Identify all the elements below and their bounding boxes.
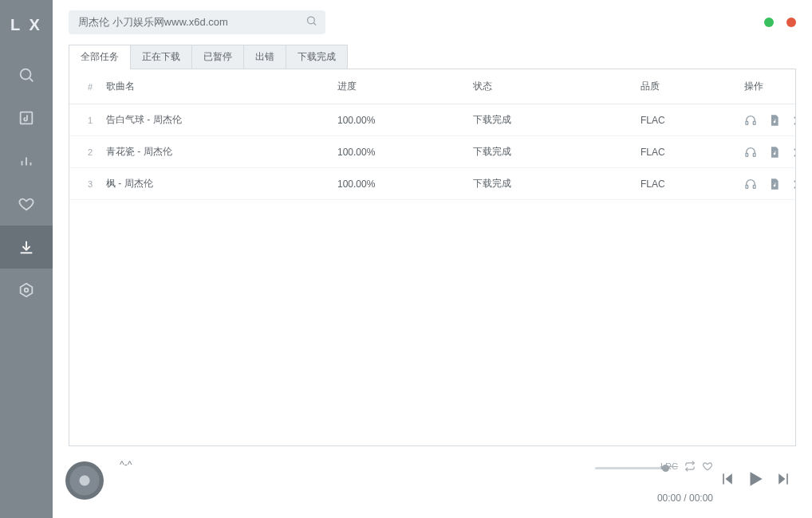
row-progress: 100.00% (337, 179, 473, 190)
player-mode-icons: LRC (660, 461, 713, 472)
svg-rect-13 (753, 153, 755, 156)
play-button[interactable] (745, 469, 766, 492)
row-index: 3 (74, 179, 106, 189)
tab-downloading[interactable]: 正在下载 (130, 45, 192, 69)
nav-search[interactable] (0, 53, 53, 96)
row-quality: FLAC (641, 147, 744, 158)
svg-line-1 (30, 78, 33, 81)
table-row[interactable]: 3枫 - 周杰伦100.00%下载完成FLAC✕ (69, 168, 795, 200)
col-name[interactable]: 歌曲名 (106, 80, 337, 93)
app-logo: L X (10, 16, 42, 34)
col-progress[interactable]: 进度 (337, 80, 473, 93)
header (53, 0, 812, 45)
lyrics-toggle[interactable]: LRC (660, 461, 678, 471)
heart-icon (18, 195, 35, 213)
svg-point-0 (21, 69, 31, 80)
settings-hex-icon (18, 281, 35, 299)
nav-favorites[interactable] (0, 182, 53, 226)
headphones-icon[interactable] (744, 114, 757, 127)
search-wrap (69, 10, 325, 34)
svg-rect-17 (723, 473, 724, 484)
close-button[interactable] (786, 18, 796, 27)
svg-line-9 (313, 23, 316, 26)
headphones-icon[interactable] (744, 178, 757, 190)
svg-marker-19 (778, 473, 785, 484)
download-table: # 歌曲名 进度 状态 品质 操作 1告白气球 - 周杰伦100.00%下载完成… (69, 69, 796, 446)
tab-all[interactable]: 全部任务 (69, 45, 131, 69)
minimize-button[interactable] (764, 18, 774, 27)
window-controls (764, 18, 796, 27)
svg-rect-12 (746, 153, 748, 156)
file-music-icon[interactable] (768, 114, 781, 127)
now-playing-title: ^-^ (120, 459, 132, 470)
delete-icon[interactable]: ✕ (792, 146, 796, 159)
next-button[interactable] (775, 471, 791, 490)
row-index: 1 (74, 116, 106, 125)
svg-rect-11 (753, 121, 755, 124)
download-icon (18, 238, 35, 256)
table-header: # 歌曲名 进度 状态 品质 操作 (69, 69, 795, 104)
row-name: 枫 - 周杰伦 (106, 177, 337, 190)
row-status: 下载完成 (473, 113, 641, 127)
heart-icon[interactable] (702, 461, 713, 472)
volume-slider[interactable] (595, 467, 667, 469)
row-quality: FLAC (641, 115, 744, 126)
table-row[interactable]: 2青花瓷 - 周杰伦100.00%下载完成FLAC✕ (69, 136, 795, 168)
row-index: 2 (74, 147, 106, 157)
row-name: 青花瓷 - 周杰伦 (106, 145, 337, 159)
table-row[interactable]: 1告白气球 - 周杰伦100.00%下载完成FLAC✕ (69, 104, 795, 136)
search-icon (18, 66, 35, 84)
file-music-icon[interactable] (768, 178, 781, 190)
tab-done[interactable]: 下载完成 (286, 45, 348, 69)
row-actions: ✕ (744, 114, 796, 127)
row-progress: 100.00% (337, 115, 473, 126)
row-status: 下载完成 (473, 177, 641, 190)
svg-marker-16 (726, 473, 732, 484)
nav-settings[interactable] (0, 269, 53, 312)
svg-rect-20 (786, 473, 788, 484)
tab-paused[interactable]: 已暂停 (191, 45, 244, 69)
row-status: 下载完成 (473, 145, 641, 159)
music-note-box-icon (18, 109, 35, 127)
search-icon[interactable] (305, 15, 317, 30)
search-input[interactable] (69, 10, 325, 34)
repeat-icon[interactable] (684, 461, 696, 472)
time-display: 00:00 / 00:00 (657, 492, 713, 504)
row-quality: FLAC (641, 179, 744, 190)
player-bar: ^-^ LRC 00:00 / 00:00 (62, 453, 802, 508)
svg-point-8 (308, 17, 315, 24)
file-music-icon[interactable] (768, 146, 781, 159)
row-name: 告白气球 - 周杰伦 (106, 113, 337, 127)
col-status[interactable]: 状态 (473, 80, 641, 93)
col-actions: 操作 (744, 80, 796, 93)
svg-rect-14 (746, 185, 748, 188)
filter-tabs: 全部任务 正在下载 已暂停 出错 下载完成 (53, 45, 812, 69)
svg-marker-6 (21, 284, 33, 297)
row-actions: ✕ (744, 178, 796, 190)
svg-marker-18 (751, 472, 763, 485)
sidebar: L X (0, 0, 53, 518)
col-index: # (74, 82, 106, 92)
col-quality[interactable]: 品质 (641, 80, 744, 93)
delete-icon[interactable]: ✕ (792, 114, 796, 127)
prev-button[interactable] (719, 471, 735, 490)
nav-downloads[interactable] (0, 226, 53, 269)
nav-ranking[interactable] (0, 139, 53, 182)
svg-point-7 (25, 288, 29, 292)
delete-icon[interactable]: ✕ (792, 178, 796, 190)
svg-rect-10 (746, 121, 748, 124)
main-pane: 全部任务 正在下载 已暂停 出错 下载完成 # 歌曲名 进度 状态 品质 操作 … (53, 0, 812, 518)
tab-error[interactable]: 出错 (243, 45, 286, 69)
svg-rect-15 (753, 185, 755, 188)
album-disc-icon[interactable] (65, 461, 104, 500)
playback-controls (719, 469, 791, 492)
headphones-icon[interactable] (744, 146, 757, 159)
row-actions: ✕ (744, 146, 796, 159)
row-progress: 100.00% (337, 147, 473, 158)
bar-chart-icon (18, 152, 35, 170)
nav-library[interactable] (0, 96, 53, 139)
